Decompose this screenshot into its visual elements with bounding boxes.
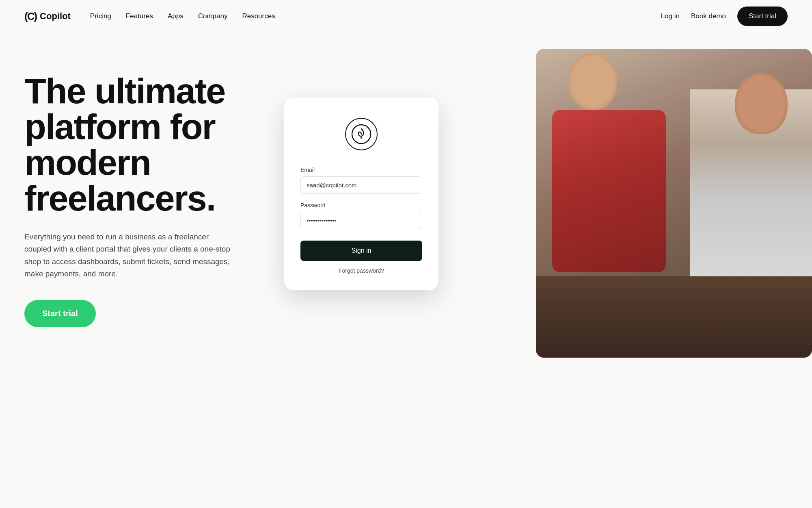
logo-name: Copilot <box>40 11 71 22</box>
email-field-group: Email <box>300 167 422 194</box>
nav-item-company[interactable]: Company <box>198 12 228 20</box>
svg-point-1 <box>361 137 362 139</box>
nav-start-trial-button[interactable]: Start trial <box>737 7 788 26</box>
forgot-password-link[interactable]: Forgot password? <box>300 267 422 274</box>
nav-item-resources[interactable]: Resources <box>242 12 275 20</box>
logo-icon: (C) <box>24 10 37 23</box>
login-link[interactable]: Log in <box>661 12 680 20</box>
hero-headline: The ultimate platform for modern freelan… <box>24 73 276 216</box>
navbar: (C) Copilot Pricing Features Apps Compan… <box>0 0 812 33</box>
password-field-group: Password <box>300 202 422 229</box>
hero-photo <box>536 49 812 358</box>
hero-subtext: Everything you need to run a business as… <box>24 231 235 280</box>
login-card: Email Password Sign in Forgot password? <box>284 98 438 290</box>
email-label: Email <box>300 167 422 173</box>
nav-item-apps[interactable]: Apps <box>168 12 184 20</box>
hero-right: Email Password Sign in Forgot password? <box>276 57 788 341</box>
password-input[interactable] <box>300 212 422 229</box>
password-label: Password <box>300 202 422 208</box>
nav-left: (C) Copilot Pricing Features Apps Compan… <box>24 10 275 23</box>
person-shirt <box>552 110 666 272</box>
logo[interactable]: (C) Copilot <box>24 10 71 23</box>
book-demo-link[interactable]: Book demo <box>691 12 726 20</box>
hero-cta-button[interactable]: Start trial <box>24 300 96 327</box>
login-logo <box>300 118 422 150</box>
person-head-1 <box>568 53 617 110</box>
nav-right: Log in Book demo Start trial <box>661 7 788 26</box>
nav-links: Pricing Features Apps Company Resources <box>90 12 275 20</box>
photo-inner <box>536 49 812 358</box>
email-input[interactable] <box>300 176 422 194</box>
hero-left: The ultimate platform for modern freelan… <box>24 57 276 327</box>
table-surface <box>536 276 812 358</box>
sign-in-button[interactable]: Sign in <box>300 241 422 261</box>
login-logo-icon <box>345 118 378 150</box>
nav-item-pricing[interactable]: Pricing <box>90 12 111 20</box>
nav-item-features[interactable]: Features <box>126 12 153 20</box>
hero-section: The ultimate platform for modern freelan… <box>0 33 812 358</box>
person-head-2 <box>735 73 788 134</box>
